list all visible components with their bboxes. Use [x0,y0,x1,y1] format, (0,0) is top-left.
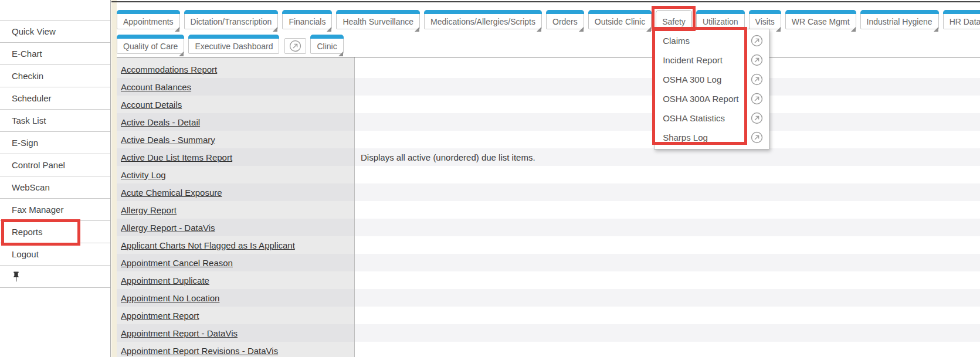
panel-divider-strip [111,0,117,357]
module-tab-bar-row2: Quality of CareExecutive Dashboard Clini… [117,35,344,54]
report-row: Acute Chemical Exposure [117,183,354,201]
report-row: Accommodations Report [117,60,354,78]
report-list: Accommodations ReportAccount BalancesAcc… [117,57,355,357]
report-link-allergy-report-datavis[interactable]: Allergy Report - DataVis [121,223,215,233]
report-link-accommodations-report[interactable]: Accommodations Report [121,64,217,74]
sidebar-item-label: E-Chart [12,49,42,59]
sidebar-item-control-panel[interactable]: Control Panel [0,154,110,176]
report-link-applicant-charts-not-flagged-as-is-applicant[interactable]: Applicant Charts Not Flagged as Is Appli… [121,240,295,250]
tab-outside-clinic[interactable]: Outside Clinic [588,10,652,29]
sidebar-item-checkin[interactable]: Checkin [0,65,110,87]
tab-label: Medications/Allergies/Scripts [430,17,535,26]
tab-dropdown-corner-icon [338,52,343,56]
menu-item-osha-300a-report[interactable]: OSHA 300A Report [655,89,769,108]
menu-item-label: Incident Report [663,55,723,65]
tab-executive-dashboard[interactable]: Executive Dashboard [188,35,279,54]
sidebar-item-webscan[interactable]: WebScan [0,176,110,199]
tab-label: Financials [289,17,325,26]
report-link-appointment-report-revisions-datavis[interactable]: Appointment Report Revisions - DataVis [121,346,278,356]
tab-clinic[interactable]: Clinic [310,35,343,54]
tab-industrial-hygiene[interactable]: Industrial Hygiene [860,10,939,29]
report-link-acute-chemical-exposure[interactable]: Acute Chemical Exposure [121,188,222,198]
tab-label: Utilization [703,17,738,26]
report-link-active-deals-summary[interactable]: Active Deals - Summary [121,135,215,145]
pushpin-icon [12,271,21,282]
sidebar-item-task-list[interactable]: Task List [0,110,110,132]
tab-dropdown-corner-icon [851,27,856,32]
tab-label: WR Case Mgmt [792,17,850,26]
tab-dropdown-corner-icon [415,27,419,32]
description-row [355,236,980,254]
open-report-icon[interactable] [751,35,763,47]
tab-financials[interactable]: Financials [282,10,332,29]
report-row: Appointment Report [117,307,354,324]
tab-label: HR Data Feed [950,17,980,26]
tab-executive-dashboard-launch-button[interactable] [284,38,306,54]
description-row [355,289,980,307]
sidebar-pin-toggle[interactable] [0,266,110,288]
tab-visits[interactable]: Visits [749,10,781,29]
tab-label: Appointments [123,17,174,26]
open-report-icon[interactable] [289,40,301,52]
tab-health-surveillance[interactable]: Health Surveillance [336,10,420,29]
tab-label: Industrial Hygiene [867,17,932,26]
open-report-icon[interactable] [751,73,763,86]
report-row: Appointment Cancel Reason [117,254,354,271]
report-link-appointment-cancel-reason[interactable]: Appointment Cancel Reason [121,258,233,268]
tab-dictation-transcription[interactable]: Dictation/Transcription [184,10,279,29]
description-row [355,183,980,201]
description-row [355,307,980,324]
tab-dropdown-corner-icon [579,27,584,32]
report-row: Allergy Report - DataVis [117,219,354,236]
sidebar-item-logout[interactable]: Logout [0,243,110,266]
report-link-account-balances[interactable]: Account Balances [121,82,191,92]
sidebar-item-label: Quick View [12,26,56,36]
tab-utilization[interactable]: Utilization [696,10,745,29]
report-row: Account Balances [117,78,354,96]
report-link-appointment-duplicate[interactable]: Appointment Duplicate [121,276,209,285]
menu-item-sharps-log[interactable]: Sharps Log [655,128,769,147]
open-report-icon[interactable] [751,112,763,124]
menu-item-osha-300-log[interactable]: OSHA 300 Log [655,70,769,89]
menu-item-osha-statistics[interactable]: OSHA Statistics [655,108,769,128]
tab-appointments[interactable]: Appointments [117,10,180,29]
report-link-appointment-report[interactable]: Appointment Report [121,311,199,321]
tab-orders[interactable]: Orders [546,10,584,29]
description-row [355,219,980,236]
menu-item-claims[interactable]: Claims [655,31,769,50]
report-link-appointment-no-location[interactable]: Appointment No Location [121,293,219,303]
sidebar-item-reports[interactable]: Reports [0,221,110,243]
description-row [355,166,980,183]
tab-dropdown-corner-icon [273,27,277,32]
tab-safety[interactable]: SafetyClaims Incident Report OSHA 300 Lo… [656,10,692,29]
tab-wr-case-mgmt[interactable]: WR Case Mgmt [785,10,856,29]
open-report-icon[interactable] [751,93,763,105]
tab-label: Clinic [317,42,337,51]
report-row: Active Deals - Detail [117,113,354,131]
report-link-active-due-list-items-report[interactable]: Active Due List Items Report [121,152,232,162]
report-link-activity-log[interactable]: Activity Log [121,170,166,180]
sidebar-item-scheduler[interactable]: Scheduler [0,87,110,110]
report-link-allergy-report[interactable]: Allergy Report [121,205,177,215]
report-row: Applicant Charts Not Flagged as Is Appli… [117,236,354,254]
tab-label: Safety [662,17,686,26]
sidebar-item-e-chart[interactable]: E-Chart [0,43,110,65]
tab-label: Health Surveillance [343,17,413,26]
report-link-account-details[interactable]: Account Details [121,100,182,110]
report-link-active-deals-detail[interactable]: Active Deals - Detail [121,117,200,127]
tab-hr-data-feed[interactable]: HR Data Feed [943,10,980,29]
report-link-appointment-report-datavis[interactable]: Appointment Report - DataVis [121,328,238,338]
tab-quality-of-care[interactable]: Quality of Care [117,35,184,54]
tab-dropdown-corner-icon [776,27,781,32]
tab-medications-allergies-scripts[interactable]: Medications/Allergies/Scripts [424,10,542,29]
tab-dropdown-corner-icon [646,27,651,32]
menu-item-incident-report[interactable]: Incident Report [655,50,769,70]
tab-dropdown-corner-icon [175,27,179,32]
sidebar-item-quick-view[interactable]: Quick View [0,21,110,43]
open-report-icon[interactable] [751,131,763,144]
tab-label: Dictation/Transcription [191,17,272,26]
sidebar-item-e-sign[interactable]: E-Sign [0,132,110,154]
open-report-icon[interactable] [751,54,763,66]
sidebar-item-label: Logout [12,249,39,259]
sidebar-item-fax-manager[interactable]: Fax Manager [0,199,110,221]
